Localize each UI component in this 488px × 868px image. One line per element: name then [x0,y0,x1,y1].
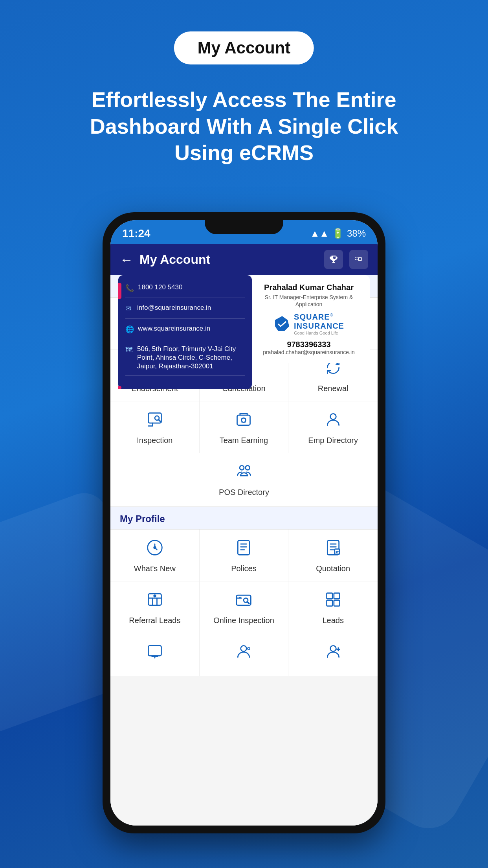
leads-icon [325,591,342,612]
contact-email: info@squareinsurance.in [137,303,211,312]
profile-item-more2[interactable] [200,633,289,676]
online-inspection-icon [235,591,252,612]
header-icons [324,250,368,269]
battery-level: 38% [347,228,366,239]
headline-text: Effortlessly Access The Entire Dashboard… [90,88,398,164]
svg-rect-26 [334,593,339,599]
svg-rect-29 [148,645,161,656]
profile-item-polices[interactable]: Polices [200,530,289,581]
team-earning-icon [235,411,252,432]
status-time: 11:24 [122,227,150,240]
contact-phone: 1800 120 5430 [138,283,182,292]
svg-point-21 [153,594,156,597]
top-badge: My Account [174,31,314,64]
online-inspection-label: Online Inspection [213,616,274,625]
svg-point-14 [246,465,250,470]
svg-point-16 [153,546,156,549]
quotation-label: Quotation [316,564,350,573]
profile-item-online-inspection[interactable]: Online Inspection [200,581,289,633]
trophy-icon[interactable] [324,250,343,269]
qr-icon[interactable] [349,250,368,269]
logo-name: SQUARE®INSURANCE [294,313,344,331]
svg-marker-0 [275,316,289,331]
phone-notch [205,220,283,234]
emp-directory-label: Emp Directory [308,436,358,445]
phone-screen: 11:24 ▲▲ 🔋 38% ← My Account [110,220,378,826]
svg-point-32 [330,645,336,651]
profile-phone: 9783396333 [287,340,330,349]
team-earning-label: Team Earning [220,436,268,445]
menu-item-pos-directory[interactable]: POS Directory [110,453,378,507]
profile-item-quotation[interactable]: Quotation [288,530,378,581]
profile-item-leads[interactable]: Leads [288,581,378,633]
pos-directory-icon [235,463,253,484]
back-button[interactable]: ← [120,252,133,267]
profile-item-more1[interactable] [110,633,200,676]
contact-website: www.squareinsurance.in [138,324,210,333]
emp-directory-icon [325,411,342,432]
map-icon: 🗺 [125,346,133,355]
logo-text: SQUARE®INSURANCE Good Hands Good Life [294,313,344,335]
more2-icon [235,643,252,664]
referral-leads-icon [146,591,163,612]
contact-phone-row: 📞 1800 120 5430 [125,283,245,298]
headline: Effortlessly Access The Entire Dashboard… [67,86,421,166]
menu-item-emp-directory[interactable]: Emp Directory [288,401,378,453]
svg-rect-27 [327,600,332,606]
phone-icon: 📞 [125,284,134,293]
renewal-label: Renewal [318,384,349,393]
svg-rect-28 [334,600,339,606]
profile-grid: What's New Polices [110,530,378,676]
app-header: ← My Account [110,244,378,275]
header-title: My Account [139,252,318,267]
profile-item-more3[interactable] [288,633,378,676]
more1-icon [146,643,163,664]
pink-bar-top [118,283,121,299]
globe-icon: 🌐 [125,325,134,334]
quotation-icon [325,539,342,560]
profile-email: prahalad.chahar@squareinsurance.in [263,349,355,355]
svg-point-12 [330,414,336,419]
status-icons: ▲▲ 🔋 38% [310,228,366,239]
signal-icon: ▲▲ [310,228,329,239]
profile-name: Prahalad Kumar Chahar [264,283,354,292]
phone-mockup: 11:24 ▲▲ 🔋 38% ← My Account [103,212,385,833]
profile-section-label: My Profile [120,513,165,524]
my-profile-section: My Profile What's New [110,507,378,676]
inspection-icon [146,411,163,432]
svg-rect-10 [237,415,250,425]
contact-website-row: 🌐 www.squareinsurance.in [125,324,245,339]
logo-tagline: Good Hands Good Life [294,331,344,335]
inspection-label: Inspection [137,436,172,445]
profile-section-header: My Profile [110,507,378,530]
whats-new-label: What's New [134,564,176,573]
pos-directory-label: POS Directory [219,488,269,497]
email-icon: ✉ [125,304,133,313]
contact-email-row: ✉ info@squareinsurance.in [125,303,245,318]
battery-icon: 🔋 [332,228,344,239]
contact-address-row: 🗺 506, 5th Floor, Trimurty V-Jai City Po… [125,345,245,376]
contact-address: 506, 5th Floor, Trimurty V-Jai City Poin… [137,345,245,371]
profile-logo: SQUARE®INSURANCE Good Hands Good Life [273,313,344,335]
profile-card: Prahalad Kumar Chahar Sr. IT Manager-Ent… [248,275,370,363]
whats-new-icon [146,539,163,560]
referral-leads-label: Referral Leads [129,616,180,625]
profile-item-whats-new[interactable]: What's New [110,530,200,581]
svg-rect-17 [238,541,250,555]
svg-point-30 [241,645,247,651]
leads-label: Leads [322,616,344,625]
contact-card: 📞 1800 120 5430 ✉ info@squareinsurance.i… [118,275,252,389]
menu-item-inspection[interactable]: Inspection [110,401,200,453]
svg-rect-25 [327,593,332,599]
menu-item-team-earning[interactable]: Team Earning [200,401,289,453]
svg-point-13 [240,465,244,470]
profile-item-referral-leads[interactable]: Referral Leads [110,581,200,633]
profile-title: Sr. IT Manager-Enterprise System & Appli… [254,294,363,308]
more3-icon [325,643,342,664]
polices-label: Polices [231,564,256,573]
badge-label: My Account [198,39,290,57]
polices-icon [235,539,252,560]
